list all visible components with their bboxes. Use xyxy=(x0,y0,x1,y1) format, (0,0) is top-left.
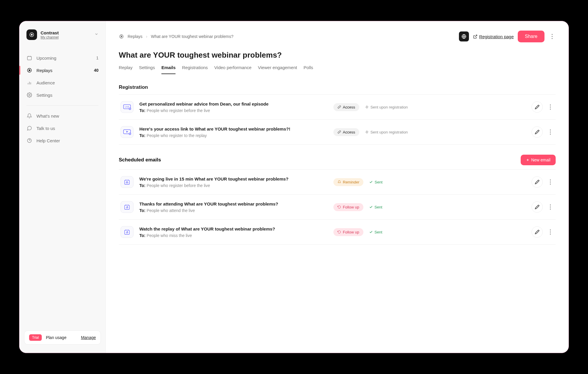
check-icon xyxy=(369,180,373,184)
email-badges: Access Sent upon registration xyxy=(333,128,427,136)
email-thumb-reminder-icon xyxy=(121,176,133,188)
more-menu-button[interactable] xyxy=(549,32,556,41)
share-button[interactable]: Share xyxy=(518,31,544,42)
followup-badge: Follow up xyxy=(333,228,363,236)
workspace-switcher[interactable]: Contrast My channel xyxy=(19,29,106,48)
sidebar-item-label: Replays xyxy=(36,68,94,73)
sidebar-item-audience[interactable]: Audience xyxy=(19,76,106,89)
new-email-button[interactable]: New email xyxy=(521,155,556,165)
row-more-button[interactable] xyxy=(547,177,554,187)
pencil-icon xyxy=(535,180,539,184)
email-title: Here's your access link to What are YOUR… xyxy=(139,126,328,131)
access-badge: Access xyxy=(333,128,359,136)
edit-button[interactable] xyxy=(532,176,543,188)
breadcrumb-root[interactable]: Replays xyxy=(128,34,143,39)
language-button[interactable] xyxy=(459,31,469,41)
email-title: Thanks for attending What are YOUR tough… xyxy=(139,201,328,206)
access-badge: Access xyxy=(333,103,359,111)
svg-point-42 xyxy=(550,184,551,185)
sidebar-item-label: Settings xyxy=(36,93,98,98)
help-icon xyxy=(26,138,32,143)
tab-viewer-engagement[interactable]: Viewer engagement xyxy=(258,65,297,74)
brand-subtitle[interactable]: My channel xyxy=(41,35,94,39)
svg-rect-2 xyxy=(27,56,31,60)
row-more-button[interactable] xyxy=(547,227,554,237)
edit-button[interactable] xyxy=(532,226,543,238)
bell-icon xyxy=(338,180,341,184)
svg-point-46 xyxy=(550,205,551,206)
sidebar-item-help-center[interactable]: Help Center xyxy=(19,134,106,147)
email-row: Here's your access link to What are YOUR… xyxy=(119,120,556,145)
svg-point-10 xyxy=(29,94,30,96)
calendar-icon xyxy=(26,55,32,61)
svg-marker-31 xyxy=(365,131,368,133)
bolt-icon xyxy=(365,105,369,109)
tab-replay[interactable]: Replay xyxy=(119,65,133,74)
email-thumb-followup-icon xyxy=(121,226,133,238)
trial-badge: Trial xyxy=(29,334,42,341)
top-actions: Registration page Share xyxy=(459,31,556,42)
row-more-button[interactable] xyxy=(547,102,554,112)
tab-video-performance[interactable]: Video performance xyxy=(214,65,251,74)
tabs: Replay Settings Emails Registrations Vid… xyxy=(119,65,556,74)
email-title: Watch the replay of What are YOUR toughe… xyxy=(139,226,328,231)
svg-point-30 xyxy=(129,133,131,135)
edit-button[interactable] xyxy=(532,126,543,138)
chevron-right-icon: › xyxy=(146,34,148,39)
svg-point-47 xyxy=(550,207,551,208)
row-more-button[interactable] xyxy=(547,127,554,137)
svg-point-53 xyxy=(550,232,551,233)
brand-logo-icon xyxy=(26,29,37,40)
tab-polls[interactable]: Polls xyxy=(303,65,313,74)
sidebar-item-label: Audience xyxy=(36,80,98,85)
email-text: We're going live in 15 min What are YOUR… xyxy=(139,176,328,188)
email-actions xyxy=(532,201,554,213)
tab-registrations[interactable]: Registrations xyxy=(182,65,208,74)
bolt-icon xyxy=(365,130,369,134)
brand-text: Contrast My channel xyxy=(41,30,94,39)
sidebar-item-whats-new[interactable]: What's new xyxy=(19,110,106,122)
email-badges: Follow up Sent xyxy=(333,228,427,236)
sidebar: Contrast My channel Upcoming 1 Replays 4… xyxy=(19,21,106,353)
status-text: Sent upon registration xyxy=(365,105,408,109)
plus-icon xyxy=(526,158,529,162)
email-text: Here's your access link to What are YOUR… xyxy=(139,126,328,138)
tab-settings[interactable]: Settings xyxy=(139,65,155,74)
svg-point-23 xyxy=(129,108,131,110)
registration-page-link[interactable]: Registration page xyxy=(473,34,514,39)
svg-point-18 xyxy=(552,34,553,35)
svg-point-33 xyxy=(550,132,551,133)
sidebar-item-settings[interactable]: Settings xyxy=(19,89,106,101)
dots-vertical-icon xyxy=(550,129,551,135)
sidebar-item-replays[interactable]: Replays 40 xyxy=(19,64,106,76)
row-more-button[interactable] xyxy=(547,202,554,212)
email-thumb-play-icon xyxy=(121,126,133,138)
edit-button[interactable] xyxy=(532,101,543,113)
external-link-icon xyxy=(473,34,477,39)
email-thumb-followup-icon xyxy=(121,201,133,213)
email-row: We're going live in 15 min What are YOUR… xyxy=(119,170,556,195)
sidebar-item-upcoming[interactable]: Upcoming 1 xyxy=(19,52,106,64)
edit-button[interactable] xyxy=(532,201,543,213)
followup-badge: Follow up xyxy=(333,203,363,211)
svg-point-48 xyxy=(550,209,551,210)
status-sent: Sent xyxy=(369,180,382,184)
email-title: We're going live in 15 min What are YOUR… xyxy=(139,176,328,181)
sidebar-item-count: 40 xyxy=(94,68,98,73)
sidebar-item-talk-to-us[interactable]: Talk to us xyxy=(19,122,106,134)
email-to: To: People who attend the live xyxy=(139,208,328,213)
pencil-icon xyxy=(535,130,539,134)
sidebar-item-label: What's new xyxy=(36,113,98,118)
email-text: Thanks for attending What are YOUR tough… xyxy=(139,201,328,213)
email-row: Thanks for attending What are YOUR tough… xyxy=(119,195,556,220)
email-title: Get personalized webinar advice from Dea… xyxy=(139,101,328,106)
primary-nav: Upcoming 1 Replays 40 Audience Settings … xyxy=(19,48,106,150)
svg-point-19 xyxy=(552,36,553,37)
check-icon xyxy=(369,205,373,209)
tab-emails[interactable]: Emails xyxy=(161,65,176,74)
status-text: Sent upon registration xyxy=(365,130,408,134)
section-title-registration: Registration xyxy=(119,84,556,90)
divider xyxy=(26,105,98,106)
page-title: What are YOUR toughest webinar problems? xyxy=(119,51,556,60)
manage-link[interactable]: Manage xyxy=(81,335,96,340)
